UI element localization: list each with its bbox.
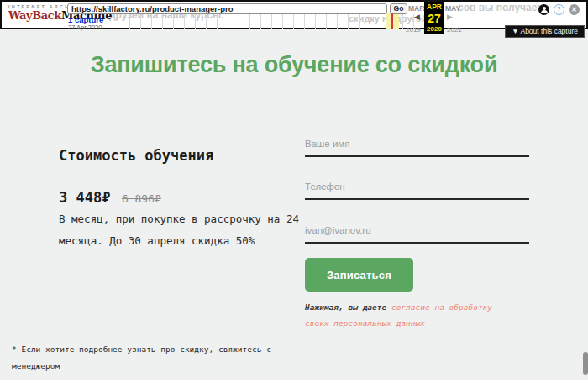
price-old: 6 896₽ [122, 192, 161, 205]
profile-icon[interactable] [538, 4, 549, 15]
date-navigator: MAR APR MAY ◀ 27 ▶ 2019 2020 2021 [403, 2, 464, 31]
pricing-title: Стоимость обучения [59, 147, 213, 164]
archive-url-input[interactable] [67, 3, 387, 14]
page-bleed-text: сов вы получаете [458, 2, 548, 13]
price-row: 3 448₽ 6 896₽ [59, 189, 161, 206]
profile-icon-body [541, 10, 548, 13]
month-next-label: MAY [445, 4, 460, 13]
prev-capture-arrow-icon[interactable]: ◀ [414, 13, 420, 21]
year-current-label[interactable]: 2020 [424, 25, 444, 34]
close-toolbar-icon[interactable]: ✕ [569, 4, 580, 15]
screen: друзей на наши курсы. скидку на другой с… [0, 0, 588, 389]
capture-day-label: 27 [424, 12, 444, 25]
timeline-capture-marker[interactable] [391, 13, 393, 29]
page-content: Запишитесь на обучение со скидкой Стоимо… [0, 29, 588, 380]
help-icon[interactable]: ? [554, 4, 564, 15]
profile-icon-head [543, 7, 546, 10]
year-prev-label[interactable]: 2019 [406, 26, 421, 34]
scrollbar-thumb[interactable] [583, 352, 588, 375]
logo-wayback-text: WayBack [8, 9, 61, 22]
phone-input[interactable] [305, 175, 529, 200]
month-prev-label: MAR [408, 4, 424, 13]
about-this-capture-button[interactable]: ▼ About this capture [505, 25, 585, 38]
next-capture-arrow-icon[interactable]: ▶ [447, 13, 453, 21]
wayback-toolbar: друзей на наши курсы. скидку на другой с… [0, 0, 588, 29]
consent-text: Нажимая, вы даете согласие на обработку … [305, 299, 520, 331]
capture-timeline[interactable] [119, 14, 420, 29]
signup-button[interactable]: Записаться [305, 258, 413, 292]
email-input[interactable] [305, 218, 529, 244]
consent-prefix: Нажимая, вы даете [305, 302, 391, 312]
price-description: В месяц, при покупке в рассрочку на 24 м… [59, 208, 309, 252]
month-current-label: APR [424, 2, 444, 12]
page-title: Запишитесь на обучение со скидкой [0, 52, 588, 78]
name-input[interactable] [305, 132, 529, 157]
year-next-label[interactable]: 2021 [447, 26, 462, 34]
price-current: 3 448₽ [59, 189, 110, 206]
capture-date-label: 27 Apr 2020 [68, 24, 102, 31]
discount-footnote: * Если хотите подробнее узнать про скидк… [12, 341, 276, 375]
